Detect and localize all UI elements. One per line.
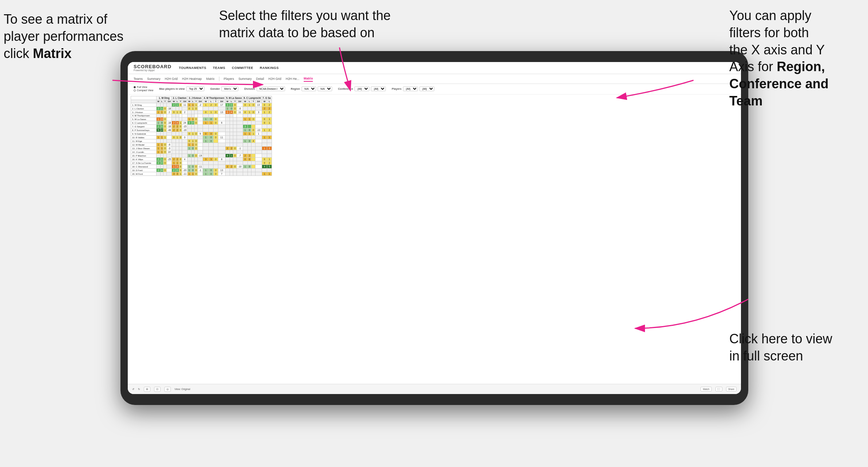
- matrix-cell: 2: [172, 128, 176, 132]
- matrix-cell: 0: [179, 111, 182, 114]
- tab-players-matrix[interactable]: Matrix: [304, 76, 313, 82]
- matrix-cell: 1: [243, 139, 247, 143]
- matrix-subheader-name: [131, 100, 157, 103]
- matrix-cell: [251, 121, 256, 125]
- matrix-cell: 2: [267, 161, 272, 165]
- share-button[interactable]: Share: [726, 387, 737, 391]
- conference-select-2[interactable]: (All): [371, 86, 386, 91]
- redo-icon[interactable]: ↻: [138, 388, 140, 391]
- matrix-cell: [187, 114, 191, 117]
- matrix-cell: [191, 158, 195, 161]
- matrix-cell: [167, 169, 172, 172]
- view-full-option[interactable]: Full View: [134, 86, 153, 88]
- matrix-cell: 0: [191, 169, 195, 172]
- undo-icon[interactable]: ↺: [132, 388, 134, 391]
- matrix-cell: [214, 139, 218, 143]
- matrix-cell: 1: [157, 150, 161, 154]
- matrix-cell: [218, 150, 225, 154]
- matrix-cell: -16: [167, 125, 172, 128]
- matrix-cell: [195, 111, 198, 114]
- watch-button[interactable]: Watch: [700, 387, 711, 391]
- matrix-cell: [267, 132, 272, 136]
- region-select-2[interactable]: N/A: [318, 86, 332, 91]
- matrix-cell: 0: [209, 169, 214, 172]
- matrix-cell: [176, 132, 179, 136]
- matrix-cell: 1: [247, 103, 251, 107]
- matrix-cell: [230, 132, 233, 136]
- view-compact-option[interactable]: Compact View: [134, 89, 153, 92]
- matrix-cell: 2: [172, 121, 176, 125]
- matrix-col-header-4: 4. M Thorbjornsen: [203, 96, 225, 100]
- matrix-cell: -16: [182, 128, 187, 132]
- matrix-cell: 0: [160, 125, 164, 128]
- matrix-cell: 2: [262, 107, 267, 111]
- filter-conference: Conference (All) (All): [338, 86, 386, 91]
- tab-players-summary[interactable]: Summary: [238, 76, 251, 81]
- tab-h2h-grid[interactable]: H2H Grid: [165, 76, 177, 81]
- tab-players-h2h-he[interactable]: H2H He...: [286, 76, 299, 81]
- matrix-cell: 1: [262, 172, 267, 176]
- region-select-1[interactable]: N/A: [302, 86, 316, 91]
- matrix-cell: 11: [218, 136, 225, 139]
- matrix-cell: 2: [157, 158, 161, 161]
- tab-h2h-heatmap[interactable]: H2H Heatmap: [182, 76, 202, 81]
- matrix-col-header-7: 7. G Sa: [262, 96, 272, 100]
- matrix-cell: [262, 169, 267, 172]
- matrix-cell: 1: [176, 161, 179, 165]
- tab-players-detail[interactable]: Detail: [256, 76, 264, 81]
- matrix-cell: [230, 150, 233, 154]
- division-select[interactable]: NCAA Division I: [257, 86, 285, 91]
- tab-summary[interactable]: Summary: [147, 76, 160, 81]
- matrix-cell: 1: [203, 103, 209, 107]
- matrix-cell: 1: [187, 143, 191, 147]
- tab-players[interactable]: Players: [224, 76, 234, 81]
- matrix-cell: [267, 125, 272, 128]
- footer-btn2[interactable]: ⊡: [154, 387, 161, 392]
- screen-icon[interactable]: ⛶: [715, 387, 722, 391]
- max-players-select[interactable]: Top 25: [186, 86, 204, 91]
- tab-teams[interactable]: Teams: [134, 76, 143, 81]
- matrix-cell: [197, 111, 203, 114]
- nav-teams[interactable]: TEAMS: [213, 66, 225, 70]
- nav-tournaments[interactable]: TOURNAMENTS: [179, 66, 206, 70]
- matrix-cell: 13: [255, 103, 262, 107]
- matrix-cell: 1: [179, 172, 182, 176]
- matrix-cell: [251, 154, 256, 158]
- table-row: 13. J Skov Olesen110-3100220-113: [131, 147, 272, 150]
- h2-w: W: [172, 100, 176, 103]
- matrix-cell: 0: [160, 121, 164, 125]
- matrix-cell: [203, 128, 209, 132]
- matrix-cell: [176, 139, 179, 143]
- matrix-cell: 24: [182, 121, 187, 125]
- matrix-cell: 2: [157, 107, 161, 111]
- matrix-cell: [247, 121, 251, 125]
- matrix-cell: 6: [218, 121, 225, 125]
- matrix-cell: [225, 114, 230, 117]
- matrix-cell: [214, 147, 218, 150]
- matrix-cell: [182, 132, 187, 136]
- matrix-cell: 0: [160, 161, 164, 165]
- matrix-cell: [197, 107, 203, 111]
- conference-select-1[interactable]: (All): [354, 86, 369, 91]
- tab-matrix[interactable]: Matrix: [206, 76, 215, 81]
- matrix-cell: 0: [209, 172, 214, 176]
- matrix-cell: 0: [195, 132, 198, 136]
- matrix-cell: 0: [243, 158, 247, 161]
- matrix-cell: [197, 147, 203, 150]
- matrix-cell: [255, 125, 262, 128]
- matrix-col-header-6: 6. C Lamprecht: [243, 96, 262, 100]
- matrix-cell: 1: [160, 158, 164, 161]
- matrix-cell: 0: [262, 158, 267, 161]
- players-select-2[interactable]: (All): [419, 86, 434, 91]
- matrix-cell: 1: [191, 117, 195, 121]
- matrix-cell: [203, 150, 209, 154]
- tab-players-h2h-grid[interactable]: H2H Grid: [268, 76, 281, 81]
- matrix-cell: 2: [157, 161, 161, 165]
- footer-btn1[interactable]: ⊞: [144, 387, 150, 392]
- nav-committee[interactable]: COMMITTEE: [232, 66, 253, 70]
- footer-btn3[interactable]: ◎: [164, 387, 171, 392]
- matrix-cell: [164, 132, 167, 136]
- players-select-1[interactable]: (All): [403, 86, 418, 91]
- nav-rankings[interactable]: RANKINGS: [260, 66, 279, 70]
- gender-select[interactable]: Men's: [221, 86, 238, 91]
